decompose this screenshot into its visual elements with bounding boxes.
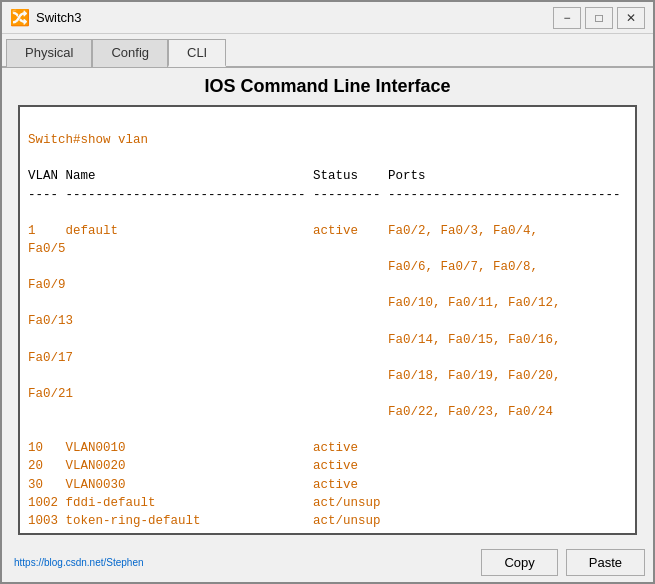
tabs-bar: Physical Config CLI (2, 34, 653, 68)
title-bar-controls: − □ ✕ (553, 7, 645, 29)
tab-config[interactable]: Config (92, 39, 168, 67)
minimize-button[interactable]: − (553, 7, 581, 29)
title-bar: 🔀 Switch3 − □ ✕ (2, 2, 653, 34)
close-button[interactable]: ✕ (617, 7, 645, 29)
copy-button[interactable]: Copy (481, 549, 557, 576)
main-window: 🔀 Switch3 − □ ✕ Physical Config CLI IOS … (0, 0, 655, 584)
main-content: IOS Command Line Interface Switch#show v… (2, 68, 653, 543)
window-title: Switch3 (36, 10, 82, 25)
section-title: IOS Command Line Interface (18, 76, 637, 97)
tab-cli[interactable]: CLI (168, 39, 226, 67)
paste-button[interactable]: Paste (566, 549, 645, 576)
title-bar-left: 🔀 Switch3 (10, 8, 82, 28)
cli-terminal[interactable]: Switch#show vlan VLAN Name Status Ports … (18, 105, 637, 535)
tab-physical[interactable]: Physical (6, 39, 92, 67)
maximize-button[interactable]: □ (585, 7, 613, 29)
cli-output: Switch#show vlan VLAN Name Status Ports … (20, 107, 635, 535)
watermark: https://blog.csdn.net/Stephen (14, 557, 144, 568)
bottom-bar: https://blog.csdn.net/Stephen Copy Paste (2, 543, 653, 582)
app-icon: 🔀 (10, 8, 30, 28)
